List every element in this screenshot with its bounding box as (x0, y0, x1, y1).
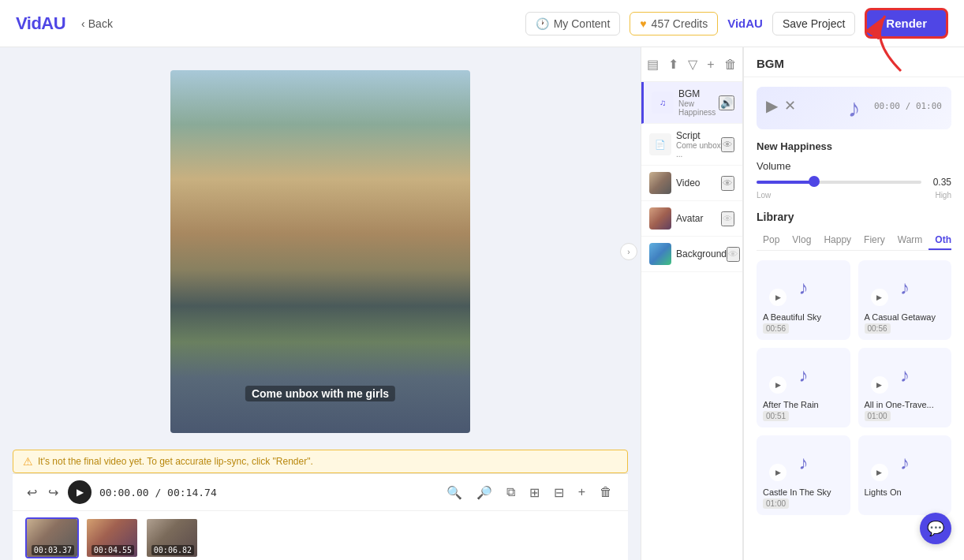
thumb-time-1: 00:03.37 (32, 545, 74, 555)
layer-bgm-name: BGM (678, 88, 719, 99)
lib-all-in-one-duration: 01:00 (865, 411, 891, 421)
lib-item-after-rain[interactable]: ♪ ▶ After The Rain 00:51 (757, 348, 850, 427)
music-note-icon-2: ♪ (900, 277, 910, 299)
lib-item-beautiful-sky[interactable]: ♪ ▶ A Beautiful Sky 00:56 (757, 260, 850, 340)
redo-button[interactable]: ↪ (47, 483, 60, 502)
thumbnail-2[interactable]: 00:04.55 (85, 517, 139, 558)
time-display: 00:00.00 / 00:14.74 (99, 487, 217, 498)
vidau-badge[interactable]: VidAU (727, 17, 763, 30)
bgm-player: ♪ ▶ ✕ 00:00 / 01:00 (757, 87, 951, 129)
right-panel-header: BGM (744, 47, 964, 77)
layer-item-background[interactable]: Background 👁 (641, 237, 742, 272)
layer-tool-2[interactable]: ⬆ (667, 55, 680, 73)
lib-play-beautiful-sky[interactable]: ▶ (769, 289, 787, 306)
layer-video-name: Video (676, 177, 700, 189)
lib-play-all-in-one[interactable]: ▶ (871, 376, 888, 394)
lib-casual-getaway-name: A Casual Getaway (865, 312, 946, 322)
layer-script-visibility[interactable]: 👁 (721, 137, 734, 152)
play-button[interactable]: ▶ (68, 480, 92, 504)
lib-after-rain-name: After The Rain (763, 400, 844, 409)
bgm-track-name: New Happiness (757, 140, 951, 152)
volume-thumb[interactable] (809, 176, 820, 187)
header: VidAU ‹ Back 🕐 My Content ♥ 457 Credits … (0, 0, 964, 47)
bgm-time-total: 01:00 (916, 101, 942, 111)
layer-item-avatar[interactable]: Avatar 👁 (641, 201, 742, 237)
tab-fiery[interactable]: Fiery (858, 231, 891, 250)
clock-icon: 🕐 (536, 17, 549, 30)
time-separator: / (155, 487, 167, 498)
back-arrow-icon: ‹ (81, 17, 85, 30)
lib-beautiful-sky-footer: 00:56 (763, 323, 844, 334)
lib-item-beautiful-sky-icon: ♪ ▶ (763, 268, 844, 308)
lib-item-castle-sky[interactable]: ♪ ▶ Castle In The Sky 01:00 (757, 435, 850, 515)
script-layer-icon: 📄 (649, 133, 671, 155)
volume-label: Volume (757, 160, 951, 172)
time-current: 00:00.00 (99, 487, 149, 498)
layer-item-video[interactable]: Video 👁 (641, 166, 742, 201)
layer-background-visibility[interactable]: 👁 (727, 247, 740, 262)
zoom-in-button[interactable]: 🔎 (473, 483, 495, 502)
tab-happy[interactable]: Happy (817, 231, 858, 250)
copy-button[interactable]: ⧉ (503, 483, 518, 501)
layer-tool-1[interactable]: ▤ (645, 55, 660, 73)
music-note-icon-6: ♪ (900, 452, 910, 474)
tab-warm[interactable]: Warm (891, 231, 929, 250)
layer-tool-add[interactable]: + (705, 56, 716, 73)
layer-bgm-sub: New Happiness (678, 99, 719, 117)
volume-low-label: Low (757, 191, 771, 200)
layer-tool-filter[interactable]: ▽ (686, 55, 699, 73)
my-content-button[interactable]: 🕐 My Content (525, 12, 621, 35)
thumb-time-2: 00:04.55 (92, 545, 134, 555)
volume-high-label: High (935, 191, 951, 200)
layer-item-script[interactable]: 📄 Script Come unbox ... 👁 (641, 124, 742, 166)
credits-button[interactable]: ♥ 457 Credits (630, 12, 718, 35)
lib-play-after-rain[interactable]: ▶ (769, 376, 787, 394)
layer-avatar-visibility[interactable]: 👁 (721, 211, 734, 226)
lib-item-after-rain-icon: ♪ ▶ (763, 356, 844, 395)
layer-tool-delete[interactable]: 🗑 (723, 56, 738, 73)
volume-slider[interactable] (757, 180, 921, 185)
lib-item-casual-getaway[interactable]: ♪ ▶ A Casual Getaway 00:56 (858, 260, 952, 340)
zoom-out-button[interactable]: 🔍 (443, 483, 465, 502)
music-note-icon: ♪ (798, 277, 808, 299)
bgm-close-button[interactable]: ✕ (784, 97, 796, 114)
chat-button[interactable]: 💬 (920, 513, 951, 544)
lib-item-lights-on[interactable]: ♪ ▶ Lights On (858, 435, 952, 515)
lib-item-casual-getaway-icon: ♪ ▶ (865, 268, 946, 308)
tab-other[interactable]: Other (929, 231, 951, 250)
credits-label: 457 Credits (652, 17, 708, 30)
collapse-panel-button[interactable]: › (620, 243, 637, 260)
save-project-button[interactable]: Save Project (772, 12, 855, 35)
thumbnail-1[interactable]: 00:03.37 (25, 517, 79, 558)
video-container: Come unbox with me girls › (13, 60, 628, 443)
bgm-time-current: 00:00 (874, 101, 900, 111)
tab-pop[interactable]: Pop (757, 231, 786, 250)
lib-play-casual-getaway[interactable]: ▶ (871, 289, 888, 306)
volume-range-labels: Low High (757, 191, 951, 200)
undo-button[interactable]: ↩ (25, 483, 39, 502)
tab-vlog[interactable]: Vlog (786, 231, 817, 250)
lib-beautiful-sky-name: A Beautiful Sky (763, 312, 844, 322)
lib-after-rain-footer: 00:51 (763, 411, 844, 421)
lib-play-lights-on[interactable]: ▶ (871, 464, 888, 481)
layer-bgm-info: BGM New Happiness (678, 88, 719, 117)
render-button[interactable]: Render (865, 8, 948, 39)
layer-bgm-visibility[interactable]: 🔊 (719, 95, 734, 110)
lib-castle-sky-footer: 01:00 (763, 498, 844, 509)
add-button[interactable]: + (575, 483, 588, 501)
lib-play-castle-sky[interactable]: ▶ (769, 464, 787, 481)
main-content: Come unbox with me girls › ⚠ It's not th… (0, 47, 964, 560)
lib-item-all-in-one[interactable]: ♪ ▶ All in One-Trave... 01:00 (858, 348, 952, 427)
thumbnail-3[interactable]: 00:06.82 (145, 517, 199, 558)
layer-video-visibility[interactable]: 👁 (721, 176, 734, 191)
lib-all-in-one-footer: 01:00 (865, 411, 946, 421)
right-panel-content: ♪ ▶ ✕ 00:00 / 01:00 New Happiness Volume (744, 77, 964, 560)
lib-item-castle-sky-icon: ♪ ▶ (763, 443, 844, 483)
bgm-play-button[interactable]: ▶ (766, 96, 778, 115)
split-button[interactable]: ⊞ (526, 483, 543, 502)
merge-button[interactable]: ⊟ (551, 483, 567, 502)
delete-button[interactable]: 🗑 (596, 483, 615, 501)
layer-avatar-name: Avatar (676, 213, 703, 224)
layer-item-bgm[interactable]: ♫ BGM New Happiness 🔊 (641, 82, 742, 124)
back-button[interactable]: ‹ Back (81, 17, 113, 30)
